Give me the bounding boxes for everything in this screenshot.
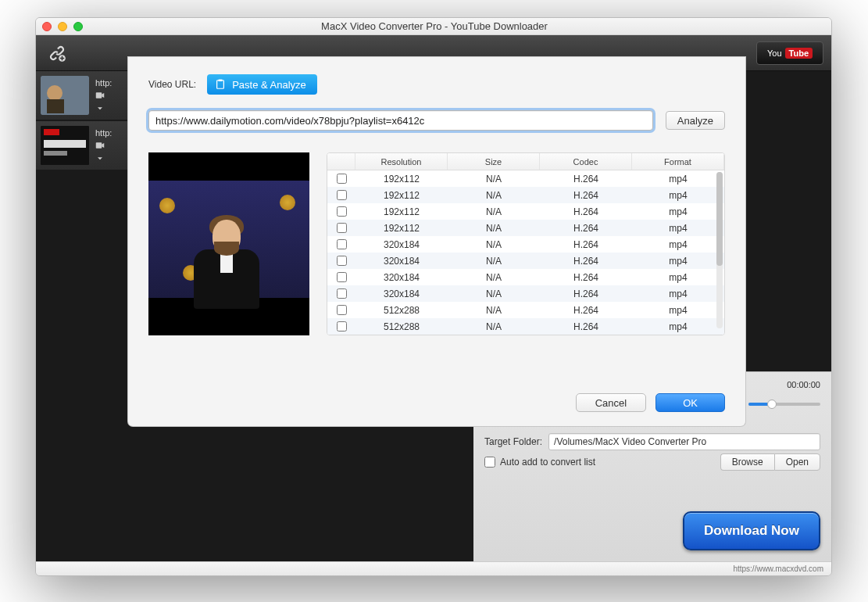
cell-codec: H.264: [540, 223, 632, 234]
cell-codec: H.264: [540, 305, 632, 316]
cell-size: N/A: [448, 206, 540, 217]
cell-resolution: 192x112: [355, 223, 448, 234]
cell-codec: H.264: [540, 288, 632, 299]
cell-codec: H.264: [540, 174, 632, 185]
timecode: 00:00:00: [787, 380, 820, 389]
cell-format: mp4: [632, 239, 724, 250]
row-checkbox[interactable]: [337, 223, 347, 233]
analyze-button[interactable]: Analyze: [666, 111, 725, 130]
youtube-badge[interactable]: You Tube: [756, 41, 823, 65]
row-checkbox[interactable]: [337, 190, 347, 200]
queue-thumbnail: [41, 126, 89, 165]
cell-format: mp4: [632, 174, 724, 185]
cell-format: mp4: [632, 305, 724, 316]
formats-table: Resolution Size Codec Format 192x112N/AH…: [327, 152, 725, 335]
col-codec[interactable]: Codec: [540, 153, 632, 170]
youtube-label-you: You: [767, 48, 782, 58]
col-checkbox: [327, 153, 355, 170]
cancel-button[interactable]: Cancel: [576, 393, 646, 412]
add-link-button[interactable]: [44, 40, 70, 66]
queue-thumbnail: [41, 76, 89, 115]
download-icon: [95, 103, 105, 113]
table-row[interactable]: 320x184N/AH.264mp4: [327, 236, 724, 253]
app-window: MacX Video Converter Pro - YouTube Downl…: [35, 17, 832, 576]
download-icon: [95, 153, 105, 163]
paste-analyze-button[interactable]: Paste & Analyze: [207, 74, 317, 95]
table-row[interactable]: 192x112N/AH.264mp4: [327, 187, 724, 203]
cell-size: N/A: [448, 256, 540, 267]
cell-codec: H.264: [540, 272, 632, 283]
open-button[interactable]: Open: [774, 453, 820, 471]
svg-rect-8: [44, 151, 67, 156]
svg-point-2: [47, 85, 63, 101]
col-format[interactable]: Format: [632, 153, 724, 170]
row-checkbox[interactable]: [337, 288, 347, 299]
download-now-button[interactable]: Download Now: [683, 511, 820, 550]
row-checkbox[interactable]: [337, 174, 347, 184]
video-url-label: Video URL:: [148, 79, 196, 90]
row-checkbox[interactable]: [337, 239, 347, 249]
cell-resolution: 192x112: [355, 206, 448, 217]
table-row[interactable]: 320x184N/AH.264mp4: [327, 253, 724, 269]
table-scrollbar[interactable]: [716, 172, 723, 328]
target-folder-field[interactable]: [548, 433, 820, 450]
table-row[interactable]: 512x288N/AH.264mp4: [327, 318, 724, 335]
row-checkbox[interactable]: [337, 321, 347, 331]
cell-resolution: 320x184: [355, 272, 448, 283]
queue-url: http:: [95, 128, 112, 138]
table-row[interactable]: 192x112N/AH.264mp4: [327, 220, 724, 236]
cell-codec: H.264: [540, 190, 632, 201]
cell-format: mp4: [632, 256, 724, 267]
status-url: https://www.macxdvd.com: [733, 564, 823, 573]
svg-rect-4: [96, 92, 102, 99]
row-checkbox[interactable]: [337, 305, 347, 315]
url-analyze-dialog: Video URL: Paste & Analyze Analyze: [128, 57, 745, 426]
cell-format: mp4: [632, 321, 724, 332]
cell-resolution: 192x112: [355, 174, 448, 185]
row-checkbox[interactable]: [337, 256, 347, 266]
svg-rect-3: [47, 99, 64, 113]
cell-resolution: 192x112: [355, 190, 448, 201]
table-row[interactable]: 320x184N/AH.264mp4: [327, 269, 724, 285]
cell-size: N/A: [448, 288, 540, 299]
statusbar: https://www.macxdvd.com: [36, 561, 831, 575]
svg-rect-11: [219, 79, 223, 81]
auto-add-checkbox[interactable]: [484, 457, 495, 468]
cell-resolution: 512x288: [355, 321, 448, 332]
cell-size: N/A: [448, 272, 540, 283]
table-row[interactable]: 320x184N/AH.264mp4: [327, 285, 724, 302]
clipboard-icon: [215, 79, 226, 90]
table-row[interactable]: 192x112N/AH.264mp4: [327, 170, 724, 187]
video-url-input[interactable]: [148, 110, 653, 131]
cell-format: mp4: [632, 190, 724, 201]
cell-resolution: 320x184: [355, 239, 448, 250]
cell-codec: H.264: [540, 239, 632, 250]
table-row[interactable]: 512x288N/AH.264mp4: [327, 302, 724, 318]
row-checkbox[interactable]: [337, 206, 347, 217]
svg-rect-10: [217, 81, 224, 89]
video-icon: [95, 91, 105, 100]
cell-resolution: 320x184: [355, 256, 448, 267]
cell-resolution: 320x184: [355, 288, 448, 299]
cell-format: mp4: [632, 206, 724, 217]
cell-format: mp4: [632, 288, 724, 299]
cell-size: N/A: [448, 190, 540, 201]
table-row[interactable]: 192x112N/AH.264mp4: [327, 203, 724, 220]
browse-button[interactable]: Browse: [720, 453, 774, 471]
cell-size: N/A: [448, 305, 540, 316]
cell-size: N/A: [448, 223, 540, 234]
row-checkbox[interactable]: [337, 272, 347, 282]
cell-format: mp4: [632, 223, 724, 234]
col-size[interactable]: Size: [448, 153, 540, 170]
cell-size: N/A: [448, 321, 540, 332]
svg-rect-7: [44, 140, 86, 148]
video-preview: [148, 152, 309, 335]
youtube-label-tube: Tube: [785, 48, 813, 59]
target-folder-label: Target Folder:: [484, 436, 542, 447]
paste-analyze-label: Paste & Analyze: [232, 79, 306, 91]
svg-rect-9: [96, 142, 102, 149]
ok-button[interactable]: OK: [655, 393, 725, 412]
window-title: MacX Video Converter Pro - YouTube Downl…: [44, 20, 825, 32]
volume-slider[interactable]: [748, 403, 820, 406]
col-resolution[interactable]: Resolution: [355, 153, 448, 170]
